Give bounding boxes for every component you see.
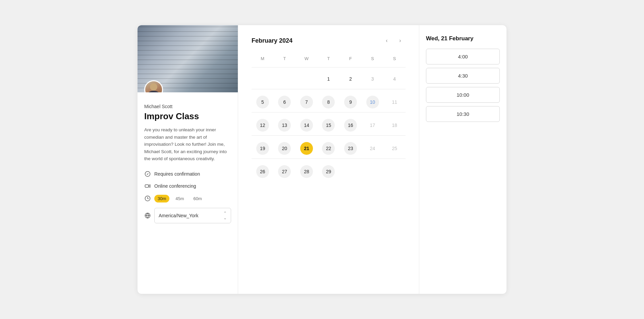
calendar-weeks: 1234567891011121314151617181920212223242… (252, 70, 406, 180)
duration-45m[interactable]: 45m (172, 195, 187, 202)
day-number: 24 (366, 142, 379, 155)
calendar-day (252, 70, 274, 88)
day-number (278, 73, 291, 85)
calendar-day[interactable]: 13 (274, 117, 296, 134)
day-number: 9 (344, 96, 357, 108)
calendar-day[interactable]: 7 (296, 93, 318, 111)
calendar-day[interactable]: 4 (383, 70, 406, 88)
time-slot-3[interactable]: 10:30 (426, 106, 500, 122)
svg-rect-1 (145, 185, 149, 187)
day-header-t2: T (318, 54, 340, 63)
calendar-day[interactable]: 16 (339, 117, 362, 134)
calendar-day (383, 163, 406, 180)
week-divider-1 (252, 89, 406, 89)
duration-30m[interactable]: 30m (154, 195, 169, 202)
calendar-day[interactable]: 2 (339, 70, 362, 88)
day-number (366, 165, 379, 178)
time-slot-0[interactable]: 4:00 (426, 49, 500, 64)
day-number: 18 (388, 119, 401, 132)
calendar-day[interactable]: 5 (252, 93, 274, 111)
day-number (344, 165, 357, 178)
calendar-day[interactable]: 23 (339, 140, 362, 157)
day-number: 26 (256, 165, 269, 178)
left-panel: Michael Scott Improv Class Are you ready… (138, 25, 238, 294)
calendar-day[interactable]: 8 (318, 93, 340, 111)
day-number: 22 (322, 142, 335, 155)
timezone-value: America/New_York (159, 213, 199, 218)
clock-icon (144, 195, 151, 202)
next-month-button[interactable]: › (395, 35, 406, 46)
booking-widget: Michael Scott Improv Class Are you ready… (138, 25, 506, 294)
day-number: 27 (278, 165, 291, 178)
calendar-day[interactable]: 15 (318, 117, 340, 134)
day-number: 28 (300, 165, 313, 178)
video-icon (144, 183, 151, 189)
time-slot-2[interactable]: 10:00 (426, 87, 500, 103)
calendar-day[interactable]: 21 (296, 140, 318, 157)
calendar-day[interactable]: 1 (318, 70, 340, 88)
day-number: 6 (278, 96, 291, 108)
calendar-day[interactable]: 27 (274, 163, 296, 180)
calendar-day[interactable]: 22 (318, 140, 340, 157)
day-number: 21 (300, 142, 313, 155)
calendar-day[interactable]: 10 (362, 93, 384, 111)
calendar-week-4: 19202122232425 (252, 140, 406, 157)
timezone-meta: America/New_York ⌃⌄ (144, 208, 231, 223)
duration-options: 30m 45m 60m (154, 195, 205, 202)
calendar-header: February 2024 ‹ › (252, 35, 406, 46)
day-number: 7 (300, 96, 313, 108)
day-number: 11 (388, 96, 401, 108)
left-content: Michael Scott Improv Class Are you ready… (138, 92, 238, 235)
prev-month-button[interactable]: ‹ (381, 35, 392, 46)
calendar-day[interactable]: 12 (252, 117, 274, 134)
event-description: Are you ready to unleash your inner come… (144, 126, 231, 163)
calendar-day[interactable]: 25 (383, 140, 406, 157)
right-panel: Wed, 21 February 4:004:3010:0010:30 (419, 25, 506, 294)
calendar-day[interactable]: 18 (383, 117, 406, 134)
day-header-s1: S (362, 54, 384, 63)
calendar-day[interactable]: 11 (383, 93, 406, 111)
conferencing-label: Online conferencing (154, 183, 196, 189)
globe-icon (144, 212, 151, 219)
calendar-divider (252, 67, 406, 67)
calendar-day[interactable]: 6 (274, 93, 296, 111)
day-number: 20 (278, 142, 291, 155)
day-number: 17 (366, 119, 379, 132)
conferencing-meta: Online conferencing (144, 183, 231, 189)
calendar-day[interactable]: 20 (274, 140, 296, 157)
day-number: 8 (322, 96, 335, 108)
calendar-navigation: ‹ › (381, 35, 406, 46)
day-number (256, 73, 269, 85)
calendar-day[interactable]: 3 (362, 70, 384, 88)
calendar-day[interactable]: 14 (296, 117, 318, 134)
calendar-day[interactable]: 28 (296, 163, 318, 180)
calendar-day[interactable]: 17 (362, 117, 384, 134)
day-number: 5 (256, 96, 269, 108)
calendar-day[interactable]: 26 (252, 163, 274, 180)
calendar-week-5: 26272829 (252, 163, 406, 180)
day-number: 14 (300, 119, 313, 132)
host-name: Michael Scott (144, 104, 231, 109)
calendar-day[interactable]: 19 (252, 140, 274, 157)
duration-60m[interactable]: 60m (190, 195, 205, 202)
week-divider-2 (252, 112, 406, 112)
calendar-day[interactable]: 9 (339, 93, 362, 111)
day-number: 19 (256, 142, 269, 155)
week-divider-4 (252, 158, 406, 159)
day-number (300, 73, 313, 85)
day-number: 3 (366, 73, 379, 85)
selected-date-heading: Wed, 21 February (426, 35, 500, 42)
day-number: 12 (256, 119, 269, 132)
confirmation-icon (144, 171, 151, 177)
week-divider-3 (252, 135, 406, 136)
day-header-f: F (339, 54, 362, 63)
timezone-select[interactable]: America/New_York ⌃⌄ (154, 208, 231, 223)
time-slot-1[interactable]: 4:30 (426, 68, 500, 84)
event-title: Improv Class (144, 111, 231, 122)
day-header-t1: T (274, 54, 296, 63)
calendar-day (296, 70, 318, 88)
day-number: 10 (366, 96, 379, 108)
calendar-week-2: 567891011 (252, 93, 406, 111)
calendar-day[interactable]: 29 (318, 163, 340, 180)
calendar-day[interactable]: 24 (362, 140, 384, 157)
